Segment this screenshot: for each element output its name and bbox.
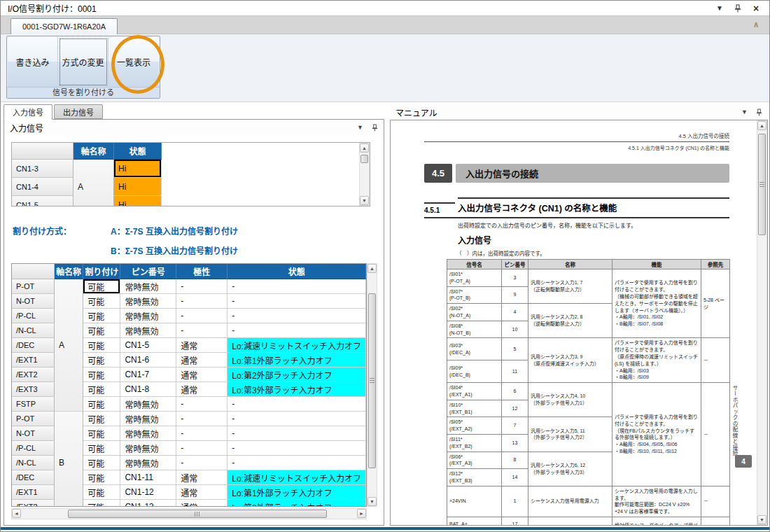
window-menu-dropdown-icon[interactable]: ▼ (713, 3, 726, 14)
panel-pin-icon[interactable] (756, 108, 762, 116)
scrollbar-thumb[interactable] (68, 510, 327, 518)
scroll-down-icon[interactable]: ▼ (757, 515, 766, 524)
panel-dropdown-icon[interactable]: ▼ (741, 108, 748, 115)
column-header[interactable]: 軸名称 (74, 143, 114, 160)
row-header[interactable]: N-OT (12, 426, 55, 441)
grid-cell[interactable]: CN1-11 (120, 470, 176, 485)
grid-cell[interactable]: 常時無効 (120, 441, 176, 456)
scroll-right-icon[interactable]: ► (357, 509, 366, 518)
row-header[interactable]: P-OT (12, 279, 55, 294)
grid-cell[interactable]: - (176, 456, 227, 470)
row-header[interactable]: /P-CL (12, 309, 55, 323)
grid-cell[interactable]: CN1-8 (120, 382, 176, 397)
grid-cell[interactable]: Lo:第2外部ラッチ入力オフ (227, 500, 366, 507)
grid-cell[interactable]: Hi (114, 178, 162, 196)
row-header[interactable]: /EXT2 (12, 500, 55, 507)
grid-cell[interactable]: - (176, 441, 227, 456)
grid-cell[interactable]: - (176, 279, 227, 294)
column-header[interactable]: 割り付け (83, 264, 120, 279)
grid-cell[interactable]: 常時無効 (120, 426, 176, 441)
grid-cell[interactable]: - (176, 309, 227, 323)
grid-cell[interactable]: Lo:第1外部ラッチ入力オフ (227, 485, 366, 500)
row-header[interactable]: /DEC (12, 338, 55, 353)
grid-cell[interactable]: 通常 (176, 353, 227, 368)
grid-cell[interactable]: - (227, 323, 366, 338)
grid-cell[interactable]: 常時無効 (120, 456, 176, 470)
row-header[interactable]: FSTP (12, 397, 55, 412)
row-header[interactable]: /EXT1 (12, 353, 55, 368)
scroll-up-icon[interactable]: ▲ (360, 144, 369, 153)
grid-cell[interactable]: 可能 (83, 279, 120, 294)
pin-icon[interactable] (732, 3, 744, 14)
close-icon[interactable]: × (750, 3, 762, 14)
grid-cell[interactable]: 可能 (83, 500, 120, 507)
grid-cell[interactable]: Lo:第3外部ラッチ入力オフ (227, 382, 366, 397)
grid-cell[interactable]: 可能 (83, 368, 120, 382)
mini-table-vscrollbar[interactable]: ▲ ▼ (359, 143, 370, 206)
row-header[interactable]: N-OT (12, 294, 55, 309)
grid-cell[interactable]: 常時無効 (120, 294, 176, 309)
tab-output-signals[interactable]: 出力信号 (54, 104, 103, 119)
grid-cell[interactable]: 可能 (83, 470, 120, 485)
grid-cell[interactable]: - (227, 397, 366, 412)
column-header[interactable]: 軸名称 (55, 264, 83, 279)
scrollbar-thumb[interactable] (758, 134, 766, 235)
grid-cell[interactable]: - (227, 426, 366, 441)
grid-cell[interactable]: Hi (114, 160, 162, 178)
grid-cell[interactable]: CN1-5 (120, 338, 176, 353)
grid-cell[interactable]: B (55, 412, 83, 507)
grid-cell[interactable]: 可能 (83, 323, 120, 338)
manual-vscrollbar[interactable]: ▲ ▼ (757, 120, 767, 525)
row-header[interactable]: /DEC (12, 470, 55, 485)
grid-cell[interactable]: 可能 (83, 426, 120, 441)
assignment-table-hscrollbar[interactable]: ◄ ► (11, 508, 367, 519)
grid-cell[interactable]: 可能 (83, 294, 120, 309)
column-header[interactable] (12, 264, 55, 279)
scroll-up-icon[interactable]: ▲ (757, 121, 766, 130)
scroll-down-icon[interactable]: ▼ (360, 196, 369, 205)
grid-cell[interactable]: Lo:減速リミットスイッチ入力オフ (227, 338, 366, 353)
grid-cell[interactable]: 常時無効 (120, 309, 176, 323)
grid-cell[interactable]: 可能 (83, 485, 120, 500)
row-header[interactable]: P-OT (12, 412, 55, 426)
grid-cell[interactable]: 可能 (83, 353, 120, 368)
grid-cell[interactable]: Lo:減速リミットスイッチ入力オフ (227, 470, 366, 485)
grid-cell[interactable]: 通常 (176, 368, 227, 382)
grid-cell[interactable]: 通常 (176, 338, 227, 353)
grid-cell[interactable]: 可能 (83, 441, 120, 456)
grid-cell[interactable]: 常時無効 (120, 279, 176, 294)
scroll-up-icon[interactable]: ▲ (368, 264, 377, 273)
row-header[interactable]: /EXT2 (12, 368, 55, 382)
grid-cell[interactable]: CN1-12 (120, 485, 176, 500)
row-header[interactable]: /N-CL (12, 323, 55, 338)
ribbon-collapse-icon[interactable]: ∧ (752, 20, 760, 29)
grid-cell[interactable]: 可能 (83, 382, 120, 397)
grid-cell[interactable]: - (176, 294, 227, 309)
grid-cell[interactable]: 通常 (176, 500, 227, 507)
grid-cell[interactable]: 可能 (83, 456, 120, 470)
grid-cell[interactable]: - (227, 412, 366, 426)
row-header[interactable]: /EXT3 (12, 382, 55, 397)
write-button[interactable]: 書き込み (8, 37, 58, 87)
grid-cell[interactable]: - (227, 294, 366, 309)
grid-cell[interactable]: 通常 (176, 470, 227, 485)
document-tab[interactable]: 0001-SGD7W-1R6A20A (10, 18, 118, 34)
grid-cell[interactable]: CN1-6 (120, 353, 176, 368)
grid-cell[interactable]: - (227, 279, 366, 294)
column-header[interactable]: ピン番号 (120, 264, 176, 279)
grid-cell[interactable]: - (176, 323, 227, 338)
grid-cell[interactable]: A (55, 279, 83, 412)
grid-cell[interactable]: CN1-7 (120, 368, 176, 382)
grid-cell[interactable]: 常時無効 (120, 397, 176, 412)
grid-cell[interactable]: 常時無効 (120, 412, 176, 426)
row-header[interactable]: CN1-4 (12, 178, 74, 196)
row-header[interactable]: CN1-3 (12, 160, 74, 178)
grid-cell[interactable]: - (176, 412, 227, 426)
list-view-button[interactable]: 一覧表示 (108, 37, 159, 87)
grid-cell[interactable]: 可能 (83, 309, 120, 323)
grid-cell[interactable]: - (176, 397, 227, 412)
scroll-left-icon[interactable]: ◄ (12, 509, 21, 518)
tab-input-signals[interactable]: 入力信号 (4, 104, 52, 120)
grid-cell[interactable]: Lo:第1外部ラッチ入力オフ (227, 353, 366, 368)
grid-cell[interactable]: 通常 (176, 485, 227, 500)
